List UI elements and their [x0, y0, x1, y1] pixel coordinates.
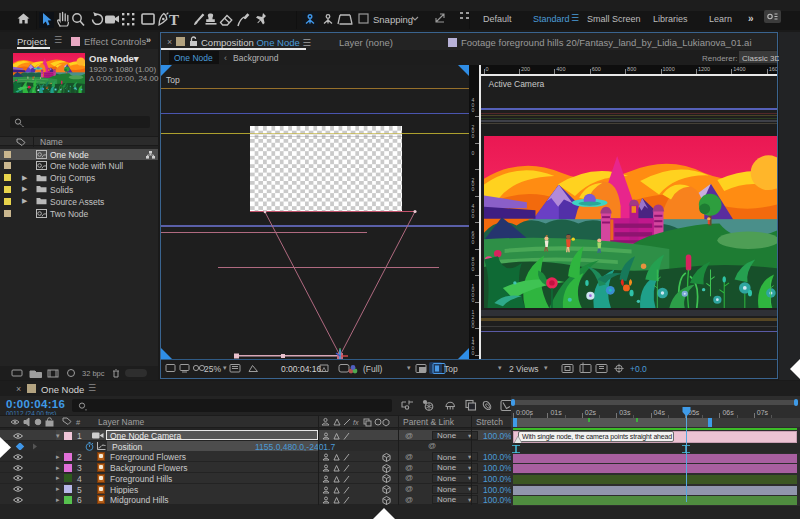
svg-text:32 bpc: 32 bpc: [82, 369, 105, 378]
svg-text:fx: fx: [353, 419, 359, 426]
svg-text:Snapping: Snapping: [373, 14, 413, 25]
svg-text:T: T: [169, 12, 179, 28]
svg-text:#: #: [76, 418, 81, 427]
